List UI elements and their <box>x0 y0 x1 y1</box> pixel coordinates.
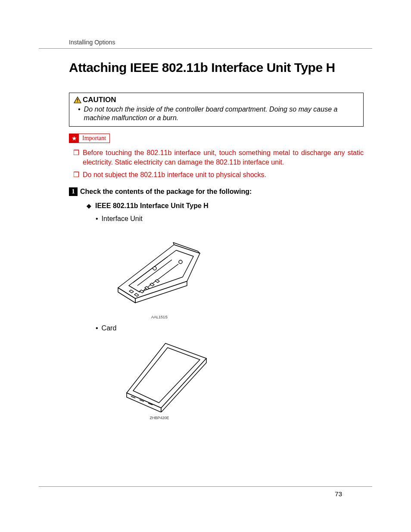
caution-label: CAUTION <box>74 96 359 104</box>
figure-interface-unit <box>114 225 364 311</box>
list-item: • Card <box>86 324 364 332</box>
important-item: ❒ Do not subject the 802.11b interface u… <box>69 170 364 180</box>
step-1: 1 Check the contents of the package for … <box>69 187 364 196</box>
item-label: Interface Unit <box>102 215 143 223</box>
footer-rule <box>39 486 372 487</box>
caution-content: Do not touch the inside of the controlle… <box>84 105 359 123</box>
caution-box: CAUTION • Do not touch the inside of the… <box>69 93 364 127</box>
page-title: Attaching IEEE 802.11b Interface Unit Ty… <box>69 60 364 75</box>
figure-card <box>114 335 364 412</box>
important-item-text: Do not subject the 802.11b interface uni… <box>83 170 266 180</box>
step-number: 1 <box>72 188 75 195</box>
important-item-text: Before touching the 802.11b interface un… <box>83 148 364 167</box>
item-label: Card <box>102 324 117 332</box>
figure-code: ZHBP420E <box>99 416 220 420</box>
svg-rect-1 <box>77 99 78 101</box>
important-item: ❒ Before touching the 802.11b interface … <box>69 148 364 167</box>
important-label: Important <box>79 135 109 142</box>
page-number: 73 <box>335 490 342 498</box>
diamond-icon: ❖ <box>86 202 92 211</box>
warning-triangle-icon <box>74 96 81 103</box>
svg-point-12 <box>179 260 182 264</box>
list-item: • Interface Unit <box>86 215 364 223</box>
header-rule <box>39 48 372 49</box>
page-header: Installing Options <box>69 39 364 48</box>
step-number-badge: 1 <box>69 187 78 196</box>
star-icon: ★ <box>69 134 79 143</box>
svg-point-11 <box>153 267 156 270</box>
step-text: Check the contents of the package for th… <box>80 188 252 196</box>
svg-rect-2 <box>77 101 78 102</box>
contents-heading: ❖ IEEE 802.11b Interface Unit Type H <box>86 202 364 211</box>
figure-code: AAL151S <box>99 315 220 319</box>
contents-heading-text: IEEE 802.11b Interface Unit Type H <box>95 202 209 211</box>
caution-label-text: CAUTION <box>83 96 116 104</box>
important-badge: ★ Important <box>69 134 110 143</box>
caution-text: • Do not touch the inside of the control… <box>74 105 359 123</box>
